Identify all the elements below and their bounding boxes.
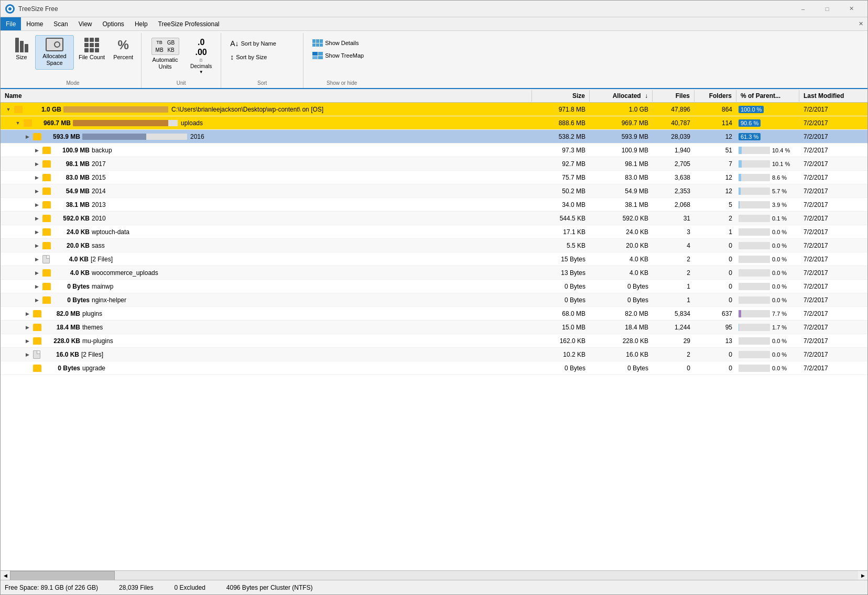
expand-button[interactable]: ▶ xyxy=(33,283,40,290)
size-cell: 34.0 MB xyxy=(532,201,590,208)
col-size[interactable]: Size xyxy=(532,90,590,102)
menu-professional[interactable]: TreeSize Professional xyxy=(153,17,225,30)
expand-button[interactable]: ▶ xyxy=(33,201,40,208)
show-treemap-button[interactable]: Show TreeMap xyxy=(308,50,376,61)
expand-button[interactable]: ▶ xyxy=(33,215,40,222)
sort-by-size-button[interactable]: ↕ Sort by Size xyxy=(225,51,299,63)
table-row[interactable]: ▶228.0 KBmu-plugins162.0 KB228.0 KB29130… xyxy=(1,334,867,348)
size-label: 24.0 KB xyxy=(53,228,90,236)
pct-text: 1.7 % xyxy=(772,324,787,330)
horizontal-scrollbar[interactable]: ◀ ▶ xyxy=(1,570,867,580)
menu-scan[interactable]: Scan xyxy=(48,17,73,30)
expand-button[interactable]: ▶ xyxy=(33,147,40,154)
expand-button[interactable]: ▶ xyxy=(24,133,31,140)
scroll-track[interactable] xyxy=(10,571,858,580)
pct-cell: 0.0 % xyxy=(736,296,799,304)
expand-button[interactable]: ▶ xyxy=(24,337,31,345)
tm1 xyxy=(312,52,318,56)
tree-body[interactable]: ▼1.0 GBC:\Users\brianleejackson\Desktop\… xyxy=(1,103,867,570)
col-folders[interactable]: Folders xyxy=(695,90,736,102)
menu-home[interactable]: Home xyxy=(21,17,48,30)
col-name[interactable]: Name xyxy=(1,90,532,102)
scroll-thumb[interactable] xyxy=(10,571,115,580)
expand-button[interactable]: ▶ xyxy=(24,310,31,317)
expand-button[interactable]: ▶ xyxy=(33,174,40,181)
table-row[interactable]: ▶83.0 MB201575.7 MB83.0 MB3,638128.6 %7/… xyxy=(1,171,867,184)
name-cell: ▶82.0 MBplugins xyxy=(1,310,532,317)
table-row[interactable]: ▶593.9 MB2016538.2 MB593.9 MB28,0391261.… xyxy=(1,130,867,144)
expand-button[interactable]: ▼ xyxy=(5,106,12,113)
unit-buttons: TB GB MB KB Automatic Units .0 .00 B Dec… xyxy=(146,33,216,79)
table-row[interactable]: ▶20.0 KBsass5.5 KB20.0 KB400.0 %7/2/2017 xyxy=(1,239,867,252)
menu-view[interactable]: View xyxy=(73,17,97,30)
table-row[interactable]: 0 Bytesupgrade0 Bytes0 Bytes000.0 %7/2/2… xyxy=(1,361,867,375)
status-bar: Free Space: 89.1 GB (of 226 GB) 28,039 F… xyxy=(1,580,867,594)
file-icon xyxy=(42,255,50,263)
pct-text: 0.0 % xyxy=(772,283,787,290)
table-row[interactable]: ▶16.0 KB[2 Files]10.2 KB16.0 KB200.0 %7/… xyxy=(1,348,867,361)
show-details-button[interactable]: Show Details xyxy=(308,37,376,49)
excluded-status: 0 Excluded xyxy=(174,584,205,591)
col-last-modified[interactable]: Last Modified xyxy=(799,90,867,102)
menu-file[interactable]: File xyxy=(1,17,21,30)
table-row[interactable]: ▶592.0 KB2010544.5 KB592.0 KB3120.1 %7/2… xyxy=(1,212,867,225)
size-label: 18.4 MB xyxy=(44,324,80,331)
decimals-button[interactable]: .0 .00 B Decimals ▼ xyxy=(186,35,216,77)
menu-help[interactable]: Help xyxy=(129,17,153,30)
menu-options[interactable]: Options xyxy=(97,17,129,30)
expand-button[interactable]: ▶ xyxy=(33,269,40,277)
size-cell: 888.6 MB xyxy=(532,119,590,127)
size-label: 82.0 MB xyxy=(44,310,80,317)
date-cell: 7/2/2017 xyxy=(799,188,867,195)
table-row[interactable]: ▶0 Bytesmainwp0 Bytes0 Bytes100.0 %7/2/2… xyxy=(1,280,867,293)
auto-units-button[interactable]: TB GB MB KB Automatic Units xyxy=(146,35,185,73)
table-row[interactable]: ▶38.1 MB201334.0 MB38.1 MB2,06853.9 %7/2… xyxy=(1,198,867,212)
expand-button[interactable]: ▶ xyxy=(33,188,40,195)
table-row[interactable]: ▶54.9 MB201450.2 MB54.9 MB2,353125.7 %7/… xyxy=(1,184,867,198)
scroll-left-arrow[interactable]: ◀ xyxy=(1,571,10,580)
date-cell: 7/2/2017 xyxy=(799,160,867,168)
size-label: 98.1 MB xyxy=(53,160,90,168)
col-allocated[interactable]: Allocated ↓ xyxy=(590,90,653,102)
table-row[interactable]: ▼969.7 MBuploads888.6 MB969.7 MB40,78711… xyxy=(1,116,867,130)
table-row[interactable]: ▶100.9 MBbackup97.3 MB100.9 MB1,9405110.… xyxy=(1,144,867,157)
name-cell: ▶0 Bytesnginx-helper xyxy=(1,296,532,304)
mode-percent-button[interactable]: % Percent xyxy=(110,35,137,70)
scroll-right-arrow[interactable]: ▶ xyxy=(858,571,867,580)
expand-button[interactable]: ▶ xyxy=(33,160,40,168)
expand-button[interactable]: ▼ xyxy=(14,119,21,127)
expand-button[interactable]: ▶ xyxy=(24,324,31,331)
date-cell: 7/2/2017 xyxy=(799,269,867,277)
expand-button[interactable]: ▶ xyxy=(24,351,31,358)
size-label: 54.9 MB xyxy=(53,188,90,195)
col-files[interactable]: Files xyxy=(653,90,695,102)
expand-button[interactable] xyxy=(24,365,31,372)
table-row[interactable]: ▶18.4 MBthemes15.0 MB18.4 MB1,244951.7 %… xyxy=(1,321,867,334)
expand-button[interactable]: ▶ xyxy=(33,242,40,249)
sort-by-name-button[interactable]: A↓ Sort by Name xyxy=(225,37,299,50)
mode-filecount-button[interactable]: File Count xyxy=(75,35,108,70)
pct-text: 0.0 % xyxy=(772,243,787,249)
table-row[interactable]: ▼1.0 GBC:\Users\brianleejackson\Desktop\… xyxy=(1,103,867,116)
expand-button[interactable]: ▶ xyxy=(33,296,40,304)
table-row[interactable]: ▶82.0 MBplugins68.0 MB82.0 MB5,8346377.7… xyxy=(1,307,867,321)
mode-allocated-button[interactable]: Allocated Space xyxy=(35,35,74,70)
close-button[interactable]: ✕ xyxy=(839,1,863,17)
menu-close-btn[interactable]: ✕ xyxy=(854,20,867,27)
table-row[interactable]: ▶4.0 KBwoocommerce_uploads13 Bytes4.0 KB… xyxy=(1,266,867,280)
table-row[interactable]: ▶24.0 KBwptouch-data17.1 KB24.0 KB310.0 … xyxy=(1,225,867,239)
expand-button[interactable]: ▶ xyxy=(33,256,40,263)
expand-button[interactable]: ▶ xyxy=(33,228,40,236)
table-row[interactable]: ▶4.0 KB[2 Files]15 Bytes4.0 KB200.0 %7/2… xyxy=(1,252,867,266)
table-row[interactable]: ▶0 Bytesnginx-helper0 Bytes0 Bytes100.0 … xyxy=(1,293,867,307)
maximize-button[interactable]: □ xyxy=(815,1,839,17)
size-cell: 162.0 KB xyxy=(532,337,590,345)
table-row[interactable]: ▶98.1 MB201792.7 MB98.1 MB2,705710.1 %7/… xyxy=(1,157,867,171)
mode-size-button[interactable]: Size xyxy=(9,35,34,70)
pct-text: 0.0 % xyxy=(772,270,787,276)
folders-cell: 0 xyxy=(695,256,736,263)
col-pct-parent[interactable]: % of Parent... xyxy=(736,90,799,102)
size-cell: 0 Bytes xyxy=(532,283,590,290)
minimize-button[interactable]: – xyxy=(791,1,815,17)
item-name: [2 Files] xyxy=(81,351,103,358)
